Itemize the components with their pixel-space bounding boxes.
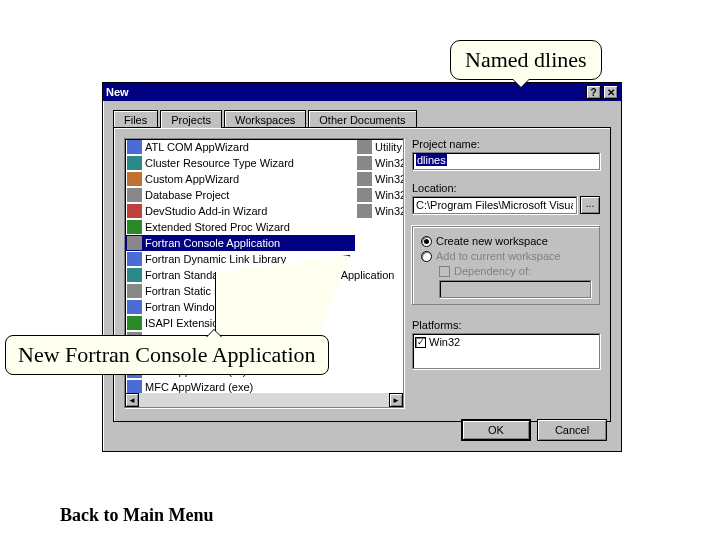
checkbox-icon[interactable] bbox=[439, 266, 450, 277]
radio-add-to-current[interactable]: Add to current workspace bbox=[421, 250, 591, 262]
new-dialog: New ? ✕ Files Projects Workspaces Other … bbox=[102, 82, 622, 452]
radio-icon bbox=[421, 251, 432, 262]
list-item[interactable]: DevStudio Add-in Wizard bbox=[125, 203, 355, 219]
callout-named-dlines: Named dlines bbox=[450, 40, 602, 80]
right-pane: Project name: dlines Location: ... C bbox=[412, 138, 600, 411]
app-icon bbox=[127, 140, 142, 154]
tab-panel-projects: ATL COM AppWizard Cluster Resource Type … bbox=[113, 127, 611, 422]
ok-button[interactable]: OK bbox=[461, 419, 531, 441]
project-name-input[interactable]: dlines bbox=[412, 152, 600, 170]
callout-new-fortran-console: New Fortran Console Application bbox=[5, 335, 329, 375]
browse-button[interactable]: ... bbox=[580, 196, 600, 214]
list-item[interactable]: Win32 Dynamic-Link Library bbox=[355, 187, 404, 203]
dependency-label: Dependency of: bbox=[454, 265, 531, 277]
lib-icon bbox=[127, 284, 142, 298]
util-icon bbox=[357, 140, 372, 154]
radio-label: Add to current workspace bbox=[436, 250, 561, 262]
tab-files[interactable]: Files bbox=[113, 110, 158, 128]
platforms-label: Platforms: bbox=[412, 319, 600, 331]
list-item[interactable]: Win32 Console Application bbox=[355, 171, 404, 187]
radio-icon bbox=[421, 236, 432, 247]
console-icon bbox=[357, 172, 372, 186]
dll-icon bbox=[357, 188, 372, 202]
back-to-main-menu-link[interactable]: Back to Main Menu bbox=[60, 505, 214, 526]
scroll-right-icon[interactable]: ► bbox=[389, 393, 403, 407]
radio-create-new[interactable]: Create new workspace bbox=[421, 235, 591, 247]
list-item[interactable]: Utility Project bbox=[355, 139, 404, 155]
list-item[interactable]: Win32 Static Library bbox=[355, 203, 404, 219]
list-item-selected[interactable]: Fortran Console Application bbox=[125, 235, 355, 251]
dependency-combo bbox=[439, 280, 591, 298]
scroll-left-icon[interactable]: ◄ bbox=[125, 393, 139, 407]
dll-icon bbox=[127, 252, 142, 266]
app-icon bbox=[127, 172, 142, 186]
location-label: Location: bbox=[412, 182, 600, 194]
addin-icon bbox=[127, 204, 142, 218]
project-name-label: Project name: bbox=[412, 138, 600, 150]
proc-icon bbox=[127, 220, 142, 234]
console-icon bbox=[127, 236, 142, 250]
dependency-row: Dependency of: bbox=[439, 265, 591, 277]
platforms-list[interactable]: ✓ Win32 bbox=[412, 333, 600, 369]
win32-icon bbox=[357, 156, 372, 170]
callout-text: New Fortran Console Application bbox=[18, 342, 316, 367]
isapi-icon bbox=[127, 316, 142, 330]
tabs: Files Projects Workspaces Other Document… bbox=[113, 109, 611, 127]
platform-item[interactable]: ✓ Win32 bbox=[415, 336, 597, 348]
tab-other-documents[interactable]: Other Documents bbox=[308, 110, 416, 128]
horizontal-scrollbar[interactable]: ◄ ► bbox=[125, 393, 403, 407]
graphics-icon bbox=[127, 268, 142, 282]
list-item[interactable]: Extended Stored Proc Wizard bbox=[125, 219, 355, 235]
help-button[interactable]: ? bbox=[586, 85, 601, 99]
platform-label: Win32 bbox=[429, 336, 460, 348]
list-item[interactable]: Custom AppWizard bbox=[125, 171, 355, 187]
lib-icon bbox=[357, 204, 372, 218]
workspace-group: Create new workspace Add to current work… bbox=[412, 226, 600, 305]
list-item[interactable]: Database Project bbox=[125, 187, 355, 203]
mfc-icon bbox=[127, 380, 142, 394]
win-app-icon bbox=[127, 300, 142, 314]
list-item[interactable]: Cluster Resource Type Wizard bbox=[125, 155, 355, 171]
db-icon bbox=[127, 188, 142, 202]
radio-label: Create new workspace bbox=[436, 235, 548, 247]
close-button[interactable]: ✕ bbox=[603, 85, 618, 99]
callout-text: Named dlines bbox=[465, 47, 587, 72]
location-input[interactable] bbox=[412, 196, 577, 214]
list-item[interactable]: Win32 Application bbox=[355, 155, 404, 171]
app-icon bbox=[127, 156, 142, 170]
cancel-button[interactable]: Cancel bbox=[537, 419, 607, 441]
tab-projects[interactable]: Projects bbox=[160, 110, 222, 128]
titlebar[interactable]: New ? ✕ bbox=[103, 83, 621, 101]
tab-workspaces[interactable]: Workspaces bbox=[224, 110, 306, 128]
checkbox-checked-icon[interactable]: ✓ bbox=[415, 337, 426, 348]
list-item[interactable]: ATL COM AppWizard bbox=[125, 139, 355, 155]
project-name-value: dlines bbox=[416, 154, 447, 166]
